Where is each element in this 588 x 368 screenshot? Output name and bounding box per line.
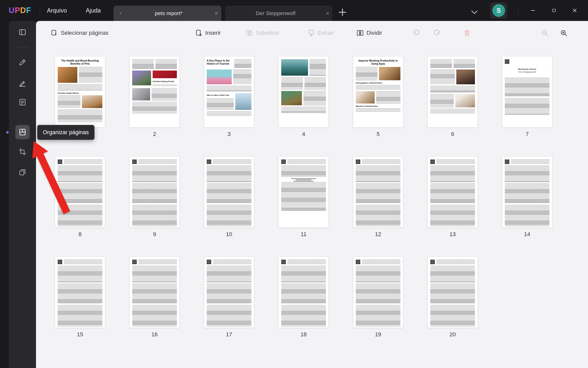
page-title-text: A Key Phase in the History of Tourism bbox=[207, 59, 233, 68]
sidebar-item-flatten[interactable] bbox=[15, 165, 30, 179]
qr-code bbox=[505, 59, 509, 64]
rotate-right-button bbox=[433, 29, 441, 37]
photo-portrait bbox=[456, 70, 475, 84]
page-thumbnail-13[interactable] bbox=[427, 156, 478, 228]
page-thumbnail-1[interactable]: The Health and Mood-Boosting Benefits of… bbox=[55, 56, 105, 128]
page-number: 12 bbox=[353, 231, 403, 238]
sidebar-item-reader[interactable] bbox=[15, 25, 30, 39]
page-thumbnail-17[interactable] bbox=[204, 257, 254, 328]
text-lines bbox=[207, 205, 251, 226]
sidebar-item-edit[interactable] bbox=[15, 76, 30, 90]
page-thumbnail-16[interactable] bbox=[129, 257, 180, 328]
close-window-button[interactable] bbox=[567, 0, 583, 21]
text-lines bbox=[152, 88, 177, 100]
page-thumbnail-18[interactable] bbox=[278, 257, 329, 328]
account-button[interactable]: S bbox=[490, 2, 507, 19]
page-thumbnail-19[interactable] bbox=[353, 257, 403, 328]
qr-code bbox=[505, 159, 509, 164]
text-lines bbox=[281, 166, 326, 177]
text-lines bbox=[207, 266, 251, 282]
text-lines bbox=[430, 266, 475, 282]
text-lines bbox=[64, 260, 102, 264]
page-row bbox=[207, 159, 251, 164]
insert-button[interactable]: Inserir bbox=[195, 29, 221, 37]
page-cell: 16 bbox=[129, 257, 180, 338]
page-thumbnail-15[interactable] bbox=[55, 257, 105, 328]
zoom-in-button[interactable] bbox=[560, 29, 568, 37]
main-area: Selecionar páginasInserirSubstituirExtra… bbox=[36, 21, 588, 368]
chevron-down-icon[interactable] bbox=[469, 7, 480, 17]
text-lines bbox=[64, 159, 102, 164]
page-thumbnail-20[interactable] bbox=[427, 257, 478, 328]
page-thumbnail-8[interactable] bbox=[55, 156, 105, 228]
zoom-out-icon bbox=[541, 29, 549, 37]
crop-icon bbox=[18, 148, 27, 156]
sidebar-item-organize[interactable] bbox=[15, 125, 30, 139]
text-lines bbox=[79, 67, 102, 83]
text-lines bbox=[281, 107, 326, 113]
delete-button bbox=[463, 29, 471, 37]
page-thumbnail-10[interactable] bbox=[204, 156, 254, 228]
page-number: 5 bbox=[353, 131, 403, 137]
sidebar-item-forms[interactable] bbox=[15, 95, 30, 109]
text-lines bbox=[281, 77, 303, 89]
text-lines bbox=[155, 59, 177, 69]
page-number: 2 bbox=[129, 131, 180, 137]
minimize-button[interactable] bbox=[525, 0, 541, 21]
tab-close-button[interactable] bbox=[214, 11, 219, 16]
page-thumbnail-12[interactable] bbox=[353, 156, 403, 228]
text-lines bbox=[430, 70, 455, 84]
menu-arquivo[interactable]: Arquivo bbox=[45, 0, 68, 21]
text-lines bbox=[58, 266, 102, 282]
page-thumbnail-6[interactable] bbox=[427, 56, 478, 128]
page-row bbox=[58, 95, 102, 108]
maximize-button[interactable] bbox=[546, 0, 562, 21]
text-lines bbox=[213, 260, 251, 264]
page-number: 8 bbox=[55, 231, 105, 238]
page-cell: Improve Working Productivity in Using Ap… bbox=[353, 56, 403, 137]
tab-pets-report[interactable]: pets report* bbox=[114, 6, 221, 21]
text-lines bbox=[132, 166, 177, 182]
text-lines bbox=[132, 205, 177, 226]
new-tab-button[interactable] bbox=[337, 7, 348, 18]
page-number: 7 bbox=[502, 131, 552, 137]
page-thumbnail-9[interactable] bbox=[129, 156, 180, 228]
page-thumbnail-7[interactable]: Hermann HesseDer Steppenwolf bbox=[502, 56, 552, 128]
text-lines bbox=[132, 266, 177, 282]
page-thumbnail-2[interactable]: Animals Helping People bbox=[129, 56, 180, 128]
qr-code bbox=[281, 260, 286, 264]
page-row bbox=[430, 70, 475, 84]
photo-graycat bbox=[132, 88, 150, 100]
select-pages-button[interactable]: Selecionar páginas bbox=[51, 29, 108, 37]
tab-close-button[interactable] bbox=[325, 11, 330, 16]
page-row bbox=[281, 77, 326, 89]
rotate-right-icon bbox=[433, 29, 441, 37]
page-row bbox=[281, 260, 326, 264]
updf-logo: UPDF bbox=[9, 0, 31, 21]
page-thumbnail-11[interactable] bbox=[278, 156, 329, 228]
replace-label: Substituir bbox=[256, 30, 279, 36]
page-serif-text: Der Steppenwolf bbox=[505, 71, 549, 74]
page-title-text: The Health and Mood-Boosting Benefits of… bbox=[58, 59, 102, 65]
page-thumbnail-14[interactable] bbox=[502, 156, 552, 228]
page-row bbox=[58, 159, 102, 164]
text-lines bbox=[356, 205, 400, 226]
text-lines bbox=[511, 159, 549, 164]
extract-label: Extrair bbox=[318, 30, 334, 36]
tab-der-steppenwolf[interactable]: Der Steppenwolf bbox=[225, 6, 332, 21]
photo-meeting bbox=[379, 67, 400, 80]
page-thumbnail-4[interactable] bbox=[278, 56, 329, 128]
text-lines bbox=[132, 284, 177, 304]
text-lines bbox=[153, 85, 177, 87]
text-lines bbox=[303, 91, 326, 105]
text-lines bbox=[430, 183, 475, 203]
sidebar-item-annotate[interactable] bbox=[15, 55, 30, 70]
split-button[interactable]: Dividir bbox=[356, 29, 382, 37]
sidebar-item-crop[interactable] bbox=[15, 145, 30, 159]
qr-code bbox=[132, 260, 137, 264]
menu-ajuda[interactable]: Ajuda bbox=[84, 0, 102, 21]
qr-code bbox=[356, 159, 360, 164]
page-thumbnail-5[interactable]: Improve Working Productivity in Using Ap… bbox=[353, 56, 403, 128]
page-thumbnail-3[interactable]: A Key Phase in the History of TourismWhy… bbox=[204, 56, 254, 128]
avatar: S bbox=[492, 4, 505, 17]
